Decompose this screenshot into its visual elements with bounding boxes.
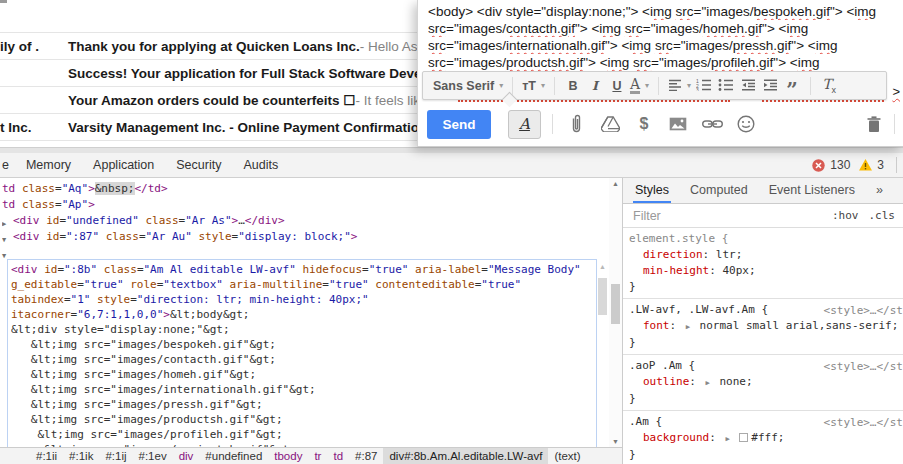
emoji-icon[interactable] [734,112,758,136]
pseudo-state-button[interactable]: :hov [832,209,859,222]
underline-button[interactable]: U [606,74,628,98]
css-rule[interactable]: .Am {<style>…</stbackground: ▶ #fff;} [623,411,903,464]
send-button[interactable]: Send [427,110,491,139]
disclosure-arrow-icon[interactable]: ▼ [2,248,6,264]
inbox-row-empty[interactable] [0,0,417,33]
inner-scrollbar[interactable]: ▲ [597,263,608,345]
error-icon[interactable] [812,159,825,172]
error-count[interactable]: 130 [830,158,850,172]
selected-dom-node[interactable]: <div id=":8b" class="Am Al editable LW-a… [7,259,597,447]
breadcrumb-item[interactable]: #:87 [349,448,383,464]
dom-node-line[interactable]: &lt;div style="display:none;"&gt; [11,322,593,337]
dom-node-line[interactable]: g_editable="true" role="textbox" aria-mu… [11,277,593,292]
filter-input[interactable] [631,208,761,224]
elements-scrollbar[interactable]: ▲ ▼ [609,178,622,447]
css-rule[interactable]: element.style {direction: ltr;min-height… [623,228,903,299]
inbox-row[interactable]: Success! Your application for Full Stack… [0,60,417,87]
numbered-list-button[interactable]: 123 [693,74,715,98]
dom-node-line[interactable]: &lt;img src="images/internationalh.gif"&… [11,382,593,397]
dom-node-line[interactable]: tabindex="1" style="direction: ltr; min-… [11,292,593,307]
disclosure-arrow-icon[interactable]: ▶ [2,216,6,229]
inbox-row[interactable]: Your Amazon orders could be counterfeits… [0,87,417,114]
font-family-button[interactable]: Sans Serif▾ [431,74,505,98]
text-color-button[interactable]: A▾ [628,74,651,98]
scroll-up-icon[interactable]: ▲ [597,263,608,270]
align-button[interactable]: ▾ [666,74,693,98]
formatting-toggle-button[interactable]: A [508,110,541,139]
italic-button[interactable]: I [584,74,606,98]
scrollbar-thumb[interactable] [611,284,620,324]
breadcrumb-item[interactable]: div [173,448,200,464]
warning-icon[interactable] [859,159,872,171]
css-rule-source[interactable]: <style>…</st [824,415,903,431]
scroll-up-icon[interactable]: ▲ [609,180,622,187]
dom-node-line[interactable]: itacorner="6,7:1,1,0,0">&lt;body&gt; [11,307,593,322]
breadcrumb-item[interactable]: tr [308,448,327,464]
dom-node-line[interactable]: &lt;img src="images/productsh.gif"&gt; [11,412,593,427]
quote-button[interactable]: ” [781,74,803,98]
scroll-down-icon[interactable]: ▼ [609,438,622,445]
expand-arrow-icon[interactable]: ▶ [725,435,729,443]
breadcrumb-item[interactable]: (text) [548,448,586,464]
css-property[interactable]: min-height: 40px; [629,263,903,279]
dom-node-line[interactable]: td class="Aq">&nbsp;</td> [2,181,622,197]
disclosure-arrow-icon[interactable]: ▼ [2,232,6,245]
dom-node-line[interactable]: &lt;img src="images/homeh.gif"&gt; [11,367,593,382]
dom-node-line[interactable]: &lt;img src="images/pressh.gif"&gt; [11,397,593,412]
money-icon[interactable]: $ [632,112,656,136]
drive-icon[interactable] [598,112,622,136]
compose-body[interactable]: <body> <div style="display:none;"> <img … [428,3,900,78]
devtools-tab-memory[interactable]: Memory [15,158,82,172]
css-rule[interactable]: .aoP .Am {<style>…</stoutline: ▶ none;} [623,355,903,411]
styles-tab-event-listeners[interactable]: Event Listeners [767,178,857,203]
breadcrumb-item[interactable]: #undefined [199,448,268,464]
expand-arrow-icon[interactable]: ▶ [686,323,690,331]
styles-tab-computed[interactable]: Computed [688,178,750,203]
dom-node-line[interactable]: &lt;img src="images/profileh.gif"&gt; [11,427,593,442]
scrollbar-thumb[interactable] [598,278,607,315]
css-rule-source[interactable]: <style>…</st [824,359,903,375]
css-property[interactable]: direction: ltr; [629,247,903,263]
devtools-tab-application[interactable]: Application [82,158,165,172]
inbox-row[interactable]: ily of .Thank you for applying at Quicke… [0,33,417,60]
inbox-row[interactable]: t Inc.Varsity Management Inc. - Online P… [0,114,417,141]
indent-more-button[interactable] [759,74,781,98]
css-rule-source[interactable]: <style>…</st [824,303,903,319]
font-size-button[interactable]: тT▾ [520,74,547,98]
dom-node-line[interactable]: <div id=":8b" class="Am Al editable LW-a… [11,262,593,277]
indent-less-button[interactable] [737,74,759,98]
trash-icon[interactable] [862,112,886,136]
breadcrumb-item[interactable]: #:1ev [133,448,173,464]
link-icon[interactable] [700,112,724,136]
css-property[interactable]: outline: ▶ none; [629,374,903,391]
bold-button[interactable]: B [562,74,584,98]
dom-node-line[interactable]: &lt;img src="images/contacth.gif"&gt; [11,352,593,367]
styles-tab--[interactable]: » [874,178,885,203]
breadcrumb-item[interactable]: #:1ii [30,448,63,464]
css-property[interactable]: font: ▶ normal small arial,sans-serif; [629,318,903,335]
photo-icon[interactable] [666,112,690,136]
expand-arrow-icon[interactable]: ▶ [706,379,710,387]
devtools-tab-audits[interactable]: Audits [232,158,289,172]
breadcrumb-item[interactable]: tbody [268,448,308,464]
dom-node-line[interactable]: ▼ [2,245,622,259]
dom-node-line[interactable]: ▶<div id="undefined" class="Ar As">…</di… [2,213,622,229]
css-property[interactable]: background: ▶ #fff; [629,430,903,447]
remove-formatting-button[interactable]: Tx [818,74,840,98]
dom-node-line[interactable]: td class="Ap"> [2,197,622,213]
breadcrumb-item[interactable]: #:1ik [63,448,99,464]
dom-node-line[interactable]: ▼<div id=":87" class="Ar Au" style="disp… [2,229,622,245]
breadcrumb-item[interactable]: div#:8b.Am.Al.editable.LW-avf [383,448,548,464]
breadcrumb-item[interactable]: td [327,448,349,464]
devtools-tab-e[interactable]: e [0,158,15,172]
breadcrumb-item[interactable]: #:1ij [99,448,132,464]
class-toggle-button[interactable]: .cls [869,209,896,222]
attach-icon[interactable] [564,112,588,136]
warning-count[interactable]: 3 [877,158,884,172]
styles-tab-styles[interactable]: Styles [633,178,671,203]
devtools-tab-security[interactable]: Security [165,158,232,172]
css-rule[interactable]: .LW-avf, .LW-avf.Am {<style>…</stfont: ▶… [623,299,903,355]
dom-node-line[interactable]: &lt;img src="images/bespokeh.gif"&gt; [11,337,593,352]
bulleted-list-button[interactable] [715,74,737,98]
color-swatch[interactable] [739,433,748,442]
